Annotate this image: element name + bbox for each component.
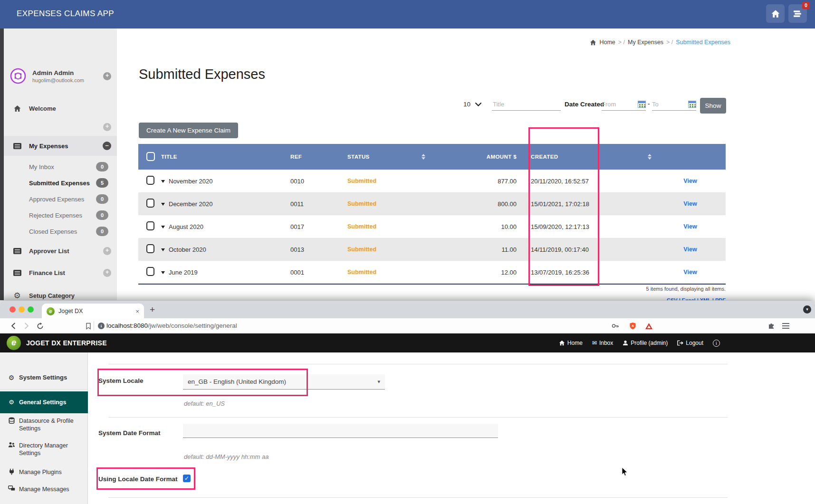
view-link[interactable]: View xyxy=(655,178,726,184)
sidebar-item-finance-list[interactable]: Finance List + xyxy=(4,266,117,279)
sidebar-item-manage-messages[interactable]: Manage Messages xyxy=(0,485,88,493)
collapse-button[interactable]: – xyxy=(103,142,111,150)
tab-search-chevron[interactable]: ▾ xyxy=(803,305,811,314)
sidebar-item-welcome[interactable]: Welcome xyxy=(4,102,117,115)
forward-button[interactable] xyxy=(21,320,32,332)
cell-status: Submitted xyxy=(347,200,419,207)
sort-icon[interactable] xyxy=(644,154,655,160)
expand-button[interactable]: + xyxy=(103,247,111,255)
system-locale-label: System Locale xyxy=(98,377,144,384)
view-link[interactable]: View xyxy=(655,269,726,276)
row-checkbox[interactable] xyxy=(146,199,154,208)
help-info-icon[interactable]: i xyxy=(713,340,720,347)
user-profile[interactable]: Admin Admin hugolim@outlook.com + xyxy=(4,66,117,86)
extensions-puzzle-icon[interactable] xyxy=(766,320,777,332)
row-checkbox[interactable] xyxy=(146,176,154,185)
home-button[interactable] xyxy=(766,4,785,23)
breadcrumb-my-expenses[interactable]: My Expenses xyxy=(628,39,663,46)
column-header-status[interactable]: STATUS xyxy=(347,154,419,160)
maximize-window-button[interactable] xyxy=(28,306,34,313)
home-icon xyxy=(771,10,780,18)
key-icon[interactable] xyxy=(610,320,621,332)
joget-favicon: e xyxy=(47,307,55,315)
sidebar-item-datasource-profile-settings[interactable]: Datasource & Profile Settings xyxy=(0,417,88,432)
menu-item-logout[interactable]: Logout xyxy=(677,340,703,346)
red-triangle-extension-icon[interactable] xyxy=(643,320,654,332)
cell-title[interactable]: October 2020 xyxy=(169,246,206,253)
view-link[interactable]: View xyxy=(655,200,726,207)
sidebar-item-submitted-expenses[interactable]: Submitted Expenses 5 xyxy=(4,178,117,188)
tab-title: Joget DX xyxy=(58,308,135,314)
system-date-format-input[interactable] xyxy=(183,424,498,438)
show-button[interactable]: Show xyxy=(700,98,726,114)
date-from-field[interactable]: From xyxy=(602,98,646,111)
column-header-amount[interactable]: AMOUNT $ xyxy=(428,154,518,160)
row-expand-caret[interactable] xyxy=(161,180,165,183)
sidebar-item-my-expenses[interactable]: My Expenses – xyxy=(4,136,117,156)
column-header-created[interactable]: CREATED xyxy=(518,154,644,160)
close-window-button[interactable] xyxy=(10,306,16,313)
using-locale-checkbox[interactable]: ✓ xyxy=(183,475,191,482)
calendar-icon[interactable] xyxy=(638,101,646,108)
row-expand-caret[interactable] xyxy=(161,248,165,251)
cell-title[interactable]: June 2019 xyxy=(169,269,198,276)
menu-hamburger-icon[interactable] xyxy=(780,320,791,332)
cell-title[interactable]: August 2020 xyxy=(169,223,203,230)
column-header-title[interactable]: TITLE xyxy=(161,154,290,160)
browser-tab[interactable]: e Joget DX × xyxy=(42,304,144,319)
expand-button[interactable]: + xyxy=(103,269,111,277)
page-size-select[interactable]: 10 xyxy=(463,101,481,108)
row-expand-caret[interactable] xyxy=(161,226,165,228)
inbox-button[interactable]: 0 xyxy=(788,4,807,23)
sidebar-item-my-inbox[interactable]: My Inbox 0 xyxy=(4,162,117,172)
reload-button[interactable] xyxy=(34,320,46,332)
column-header-ref[interactable]: REF xyxy=(290,154,347,160)
new-tab-button[interactable]: + xyxy=(150,304,155,315)
row-checkbox[interactable] xyxy=(146,267,154,276)
menu-item-profile[interactable]: Profile (admin) xyxy=(623,340,668,346)
row-checkbox[interactable] xyxy=(146,244,154,253)
row-checkbox[interactable] xyxy=(146,221,154,230)
sidebar-item-general-settings[interactable]: ⚙ General Settings xyxy=(0,391,88,413)
group-expand-button[interactable]: + xyxy=(103,123,111,131)
cell-title[interactable]: December 2020 xyxy=(169,200,213,208)
calendar-icon[interactable] xyxy=(688,101,696,108)
cell-status: Submitted xyxy=(347,223,419,230)
system-locale-select[interactable]: en_GB - English (United Kingdom) ▾ xyxy=(183,374,385,390)
create-expense-claim-button[interactable]: Create A New Expense Claim xyxy=(139,123,238,138)
url-bar[interactable]: localhost:8080/jw/web/console/setting/ge… xyxy=(106,322,237,329)
row-expand-caret[interactable] xyxy=(161,203,165,206)
user-expand-button[interactable]: + xyxy=(103,72,111,80)
date-to-field[interactable]: To xyxy=(652,98,696,111)
table-row: August 2020 0017 Submitted 10.00 15/09/2… xyxy=(138,215,726,238)
menu-item-home[interactable]: Home xyxy=(559,340,583,346)
breadcrumb-home[interactable]: Home xyxy=(599,39,615,46)
sidebar-item-closed-expenses[interactable]: Closed Expenses 0 xyxy=(4,226,117,237)
cell-amount: 10.00 xyxy=(428,223,518,230)
brave-shield-icon[interactable] xyxy=(627,320,638,332)
cell-title[interactable]: November 2020 xyxy=(169,178,213,185)
site-info-icon[interactable]: i xyxy=(98,323,105,329)
joget-brand: JOGET DX ENTERPRISE xyxy=(26,339,107,347)
minimize-window-button[interactable] xyxy=(19,306,25,313)
sidebar-item-directory-manager-settings[interactable]: Directory Manager Settings xyxy=(0,442,88,457)
inbox-count-badge: 0 xyxy=(802,2,810,9)
breadcrumb-current[interactable]: Submitted Expenses xyxy=(676,39,730,46)
back-button[interactable] xyxy=(8,320,19,332)
sidebar-item-manage-plugins[interactable]: Manage Plugins xyxy=(0,468,88,476)
sidebar-item-rejected-expenses[interactable]: Rejected Expenses 0 xyxy=(4,210,117,220)
tab-close-icon[interactable]: × xyxy=(135,308,139,315)
row-expand-caret[interactable] xyxy=(161,271,165,274)
messages-icon xyxy=(7,485,16,492)
view-link[interactable]: View xyxy=(655,246,726,253)
title-filter-input[interactable] xyxy=(492,98,561,111)
view-link[interactable]: View xyxy=(655,223,726,230)
chevron-down-icon xyxy=(475,103,481,106)
sidebar-item-approver-list[interactable]: Approver List + xyxy=(4,244,117,257)
select-all-checkbox[interactable] xyxy=(146,152,155,161)
sort-icon[interactable] xyxy=(419,154,428,160)
table-row: June 2019 0001 Submitted 12.00 13/07/201… xyxy=(138,261,726,284)
sidebar-item-approved-expenses[interactable]: Approved Expenses 0 xyxy=(4,194,117,204)
menu-item-inbox[interactable]: ✉ Inbox xyxy=(592,340,613,346)
bookmark-icon[interactable] xyxy=(83,320,94,332)
